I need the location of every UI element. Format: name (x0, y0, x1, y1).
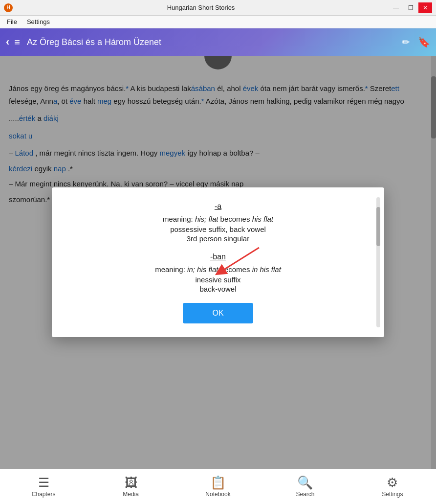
nav-media[interactable]: 🖼 Media (87, 469, 174, 504)
suffix-ban-meaning-prefix: meaning: (155, 265, 187, 274)
nav-chapters[interactable]: ☰ Chapters (0, 469, 87, 504)
dialog-scrollbar[interactable] (376, 197, 380, 327)
window-controls: — ❐ ✕ (389, 2, 432, 13)
nav-right-icons: ✏ 🔖 (402, 36, 430, 48)
window-title: Hungarian Short Stories (13, 4, 389, 11)
close-button[interactable]: ✕ (418, 2, 432, 13)
suffix-ban-title: -ban (71, 252, 365, 261)
edit-icon[interactable]: ✏ (402, 36, 410, 48)
suffix-ban-section: -ban meaning: in; his flat becomes in hi… (71, 252, 365, 293)
media-label: Media (123, 491, 139, 498)
bookmark-icon[interactable]: 🔖 (418, 36, 430, 48)
suffix-a-meaning-italic1: his; flat (195, 215, 218, 223)
menu-bar: File Settings (0, 16, 436, 28)
nav-title: Az Öreg Bácsi és a Három Üzenet (27, 37, 402, 47)
minimize-button[interactable]: — (389, 2, 403, 13)
settings-label: Settings (382, 491, 403, 498)
maximize-button[interactable]: ❐ (404, 2, 417, 13)
suffix-ban-desc2: back-vowel (71, 285, 365, 293)
suffix-a-meaning-italic2: his flat (252, 215, 273, 223)
suffix-ban-meaning-italic2: in his flat (252, 265, 281, 274)
suffix-ban-desc1: inessive suffix (71, 275, 365, 284)
suffix-a-title: -a (71, 202, 365, 211)
back-button[interactable]: ‹ (6, 36, 9, 48)
notebook-icon: 📋 (210, 476, 226, 489)
nav-notebook[interactable]: 📋 Notebook (174, 469, 262, 504)
suffix-a-meaning: meaning: his; flat becomes his flat (71, 215, 365, 223)
menu-file[interactable]: File (2, 17, 22, 26)
suffix-a-meaning-between: becomes (218, 215, 252, 223)
suffix-dialog: -a meaning: his; flat becomes his flat p… (52, 187, 384, 337)
suffix-ban-meaning-between: becomes (218, 265, 252, 274)
suffix-a-desc2: 3rd person singular (71, 234, 365, 243)
app-icon: H (4, 3, 13, 12)
chapters-label: Chapters (32, 491, 56, 498)
nav-settings[interactable]: ⚙ Settings (349, 469, 436, 504)
settings-icon: ⚙ (387, 476, 398, 489)
modal-overlay: -a meaning: his; flat becomes his flat p… (0, 56, 436, 469)
suffix-ban-meaning-italic1: in; his flat (187, 265, 218, 274)
chapters-icon: ☰ (38, 476, 49, 489)
notebook-label: Notebook (205, 491, 230, 498)
suffix-ban-meaning: meaning: in; his flat becomes in his fla… (71, 265, 365, 274)
ok-button[interactable]: OK (183, 303, 253, 323)
content-area: János egy öreg és magányos bácsi.* A kis… (0, 56, 436, 469)
nav-search[interactable]: 🔍 Search (262, 469, 349, 504)
search-label: Search (296, 491, 314, 498)
suffix-a-section: -a meaning: his; flat becomes his flat p… (71, 202, 365, 243)
scrollbar-thumb[interactable] (376, 207, 380, 246)
title-bar: H Hungarian Short Stories — ❐ ✕ (0, 0, 436, 16)
search-icon: 🔍 (297, 476, 313, 489)
menu-settings[interactable]: Settings (22, 17, 55, 26)
nav-bar: ‹ ≡ Az Öreg Bácsi és a Három Üzenet ✏ 🔖 (0, 28, 436, 56)
suffix-a-meaning-prefix: meaning: (163, 215, 195, 223)
suffix-a-desc1: possessive suffix, back vowel (71, 225, 365, 233)
media-icon: 🖼 (125, 476, 137, 489)
bottom-nav: ☰ Chapters 🖼 Media 📋 Notebook 🔍 Search ⚙… (0, 469, 436, 504)
hamburger-menu-icon[interactable]: ≡ (14, 37, 20, 48)
